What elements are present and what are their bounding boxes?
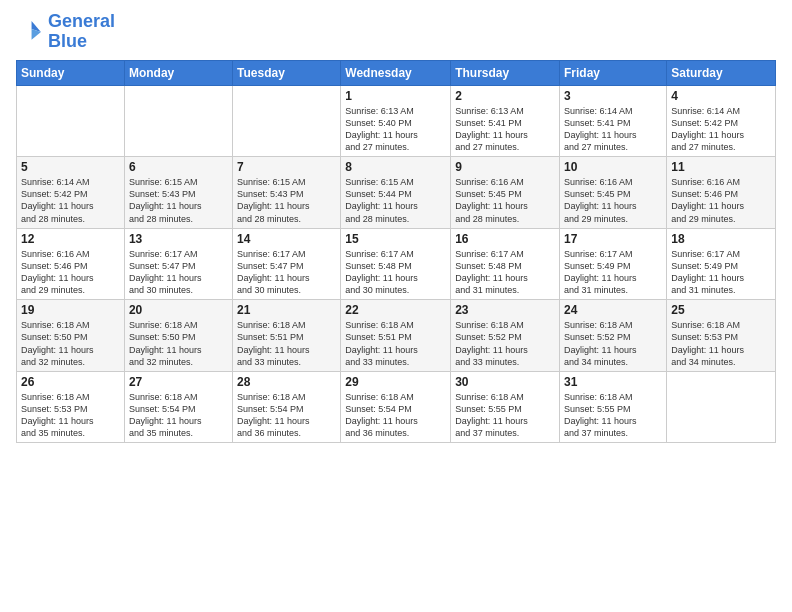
- day-number: 3: [564, 89, 662, 103]
- day-number: 15: [345, 232, 446, 246]
- day-number: 4: [671, 89, 771, 103]
- calendar-cell: 27Sunrise: 6:18 AMSunset: 5:54 PMDayligh…: [124, 371, 232, 443]
- day-info: Sunrise: 6:18 AMSunset: 5:51 PMDaylight:…: [237, 319, 336, 368]
- day-info: Sunrise: 6:16 AMSunset: 5:46 PMDaylight:…: [671, 176, 771, 225]
- calendar-cell: 6Sunrise: 6:15 AMSunset: 5:43 PMDaylight…: [124, 157, 232, 229]
- calendar-cell: 25Sunrise: 6:18 AMSunset: 5:53 PMDayligh…: [667, 300, 776, 372]
- day-info: Sunrise: 6:17 AMSunset: 5:49 PMDaylight:…: [671, 248, 771, 297]
- calendar-cell: 11Sunrise: 6:16 AMSunset: 5:46 PMDayligh…: [667, 157, 776, 229]
- day-info: Sunrise: 6:17 AMSunset: 5:48 PMDaylight:…: [455, 248, 555, 297]
- day-number: 12: [21, 232, 120, 246]
- calendar-cell: 23Sunrise: 6:18 AMSunset: 5:52 PMDayligh…: [451, 300, 560, 372]
- day-info: Sunrise: 6:13 AMSunset: 5:40 PMDaylight:…: [345, 105, 446, 154]
- day-number: 26: [21, 375, 120, 389]
- calendar-cell: 8Sunrise: 6:15 AMSunset: 5:44 PMDaylight…: [341, 157, 451, 229]
- calendar-cell: [124, 85, 232, 157]
- calendar-week-2: 12Sunrise: 6:16 AMSunset: 5:46 PMDayligh…: [17, 228, 776, 300]
- calendar-cell: 30Sunrise: 6:18 AMSunset: 5:55 PMDayligh…: [451, 371, 560, 443]
- calendar-cell: 7Sunrise: 6:15 AMSunset: 5:43 PMDaylight…: [233, 157, 341, 229]
- calendar-cell: 20Sunrise: 6:18 AMSunset: 5:50 PMDayligh…: [124, 300, 232, 372]
- day-info: Sunrise: 6:17 AMSunset: 5:49 PMDaylight:…: [564, 248, 662, 297]
- calendar-cell: 18Sunrise: 6:17 AMSunset: 5:49 PMDayligh…: [667, 228, 776, 300]
- day-info: Sunrise: 6:18 AMSunset: 5:55 PMDaylight:…: [564, 391, 662, 440]
- day-number: 8: [345, 160, 446, 174]
- day-number: 28: [237, 375, 336, 389]
- calendar-week-4: 26Sunrise: 6:18 AMSunset: 5:53 PMDayligh…: [17, 371, 776, 443]
- day-info: Sunrise: 6:14 AMSunset: 5:42 PMDaylight:…: [21, 176, 120, 225]
- calendar-cell: 22Sunrise: 6:18 AMSunset: 5:51 PMDayligh…: [341, 300, 451, 372]
- calendar-cell: 4Sunrise: 6:14 AMSunset: 5:42 PMDaylight…: [667, 85, 776, 157]
- day-info: Sunrise: 6:13 AMSunset: 5:41 PMDaylight:…: [455, 105, 555, 154]
- calendar-cell: 28Sunrise: 6:18 AMSunset: 5:54 PMDayligh…: [233, 371, 341, 443]
- day-number: 6: [129, 160, 228, 174]
- day-number: 14: [237, 232, 336, 246]
- calendar-cell: 29Sunrise: 6:18 AMSunset: 5:54 PMDayligh…: [341, 371, 451, 443]
- day-info: Sunrise: 6:15 AMSunset: 5:43 PMDaylight:…: [237, 176, 336, 225]
- day-info: Sunrise: 6:17 AMSunset: 5:47 PMDaylight:…: [129, 248, 228, 297]
- day-number: 24: [564, 303, 662, 317]
- calendar: SundayMondayTuesdayWednesdayThursdayFrid…: [16, 60, 776, 444]
- day-number: 2: [455, 89, 555, 103]
- day-number: 29: [345, 375, 446, 389]
- calendar-cell: 12Sunrise: 6:16 AMSunset: 5:46 PMDayligh…: [17, 228, 125, 300]
- calendar-cell: 16Sunrise: 6:17 AMSunset: 5:48 PMDayligh…: [451, 228, 560, 300]
- calendar-cell: 15Sunrise: 6:17 AMSunset: 5:48 PMDayligh…: [341, 228, 451, 300]
- day-number: 21: [237, 303, 336, 317]
- day-number: 18: [671, 232, 771, 246]
- day-info: Sunrise: 6:18 AMSunset: 5:52 PMDaylight:…: [564, 319, 662, 368]
- logo: General Blue: [16, 12, 115, 52]
- day-info: Sunrise: 6:18 AMSunset: 5:54 PMDaylight:…: [129, 391, 228, 440]
- calendar-cell: 2Sunrise: 6:13 AMSunset: 5:41 PMDaylight…: [451, 85, 560, 157]
- day-number: 13: [129, 232, 228, 246]
- calendar-cell: 31Sunrise: 6:18 AMSunset: 5:55 PMDayligh…: [560, 371, 667, 443]
- day-info: Sunrise: 6:18 AMSunset: 5:50 PMDaylight:…: [21, 319, 120, 368]
- logo-text-line2: Blue: [48, 32, 115, 52]
- day-info: Sunrise: 6:18 AMSunset: 5:50 PMDaylight:…: [129, 319, 228, 368]
- day-number: 17: [564, 232, 662, 246]
- calendar-header-thursday: Thursday: [451, 60, 560, 85]
- calendar-header-tuesday: Tuesday: [233, 60, 341, 85]
- day-number: 23: [455, 303, 555, 317]
- calendar-header-row: SundayMondayTuesdayWednesdayThursdayFrid…: [17, 60, 776, 85]
- calendar-cell: 17Sunrise: 6:17 AMSunset: 5:49 PMDayligh…: [560, 228, 667, 300]
- day-info: Sunrise: 6:18 AMSunset: 5:54 PMDaylight:…: [237, 391, 336, 440]
- calendar-week-1: 5Sunrise: 6:14 AMSunset: 5:42 PMDaylight…: [17, 157, 776, 229]
- day-info: Sunrise: 6:16 AMSunset: 5:45 PMDaylight:…: [455, 176, 555, 225]
- day-info: Sunrise: 6:15 AMSunset: 5:44 PMDaylight:…: [345, 176, 446, 225]
- day-info: Sunrise: 6:18 AMSunset: 5:51 PMDaylight:…: [345, 319, 446, 368]
- calendar-header-saturday: Saturday: [667, 60, 776, 85]
- day-number: 20: [129, 303, 228, 317]
- calendar-week-3: 19Sunrise: 6:18 AMSunset: 5:50 PMDayligh…: [17, 300, 776, 372]
- day-number: 25: [671, 303, 771, 317]
- day-info: Sunrise: 6:17 AMSunset: 5:47 PMDaylight:…: [237, 248, 336, 297]
- calendar-header-monday: Monday: [124, 60, 232, 85]
- day-info: Sunrise: 6:17 AMSunset: 5:48 PMDaylight:…: [345, 248, 446, 297]
- day-info: Sunrise: 6:16 AMSunset: 5:45 PMDaylight:…: [564, 176, 662, 225]
- calendar-header-friday: Friday: [560, 60, 667, 85]
- calendar-cell: 19Sunrise: 6:18 AMSunset: 5:50 PMDayligh…: [17, 300, 125, 372]
- calendar-cell: 21Sunrise: 6:18 AMSunset: 5:51 PMDayligh…: [233, 300, 341, 372]
- calendar-cell: 26Sunrise: 6:18 AMSunset: 5:53 PMDayligh…: [17, 371, 125, 443]
- day-info: Sunrise: 6:18 AMSunset: 5:52 PMDaylight:…: [455, 319, 555, 368]
- day-info: Sunrise: 6:14 AMSunset: 5:42 PMDaylight:…: [671, 105, 771, 154]
- day-number: 7: [237, 160, 336, 174]
- day-number: 9: [455, 160, 555, 174]
- calendar-cell: 5Sunrise: 6:14 AMSunset: 5:42 PMDaylight…: [17, 157, 125, 229]
- day-number: 27: [129, 375, 228, 389]
- day-info: Sunrise: 6:18 AMSunset: 5:55 PMDaylight:…: [455, 391, 555, 440]
- day-info: Sunrise: 6:18 AMSunset: 5:54 PMDaylight:…: [345, 391, 446, 440]
- logo-icon: [16, 18, 44, 46]
- day-info: Sunrise: 6:16 AMSunset: 5:46 PMDaylight:…: [21, 248, 120, 297]
- calendar-cell: 9Sunrise: 6:16 AMSunset: 5:45 PMDaylight…: [451, 157, 560, 229]
- day-number: 11: [671, 160, 771, 174]
- day-number: 31: [564, 375, 662, 389]
- day-number: 5: [21, 160, 120, 174]
- day-number: 22: [345, 303, 446, 317]
- day-info: Sunrise: 6:14 AMSunset: 5:41 PMDaylight:…: [564, 105, 662, 154]
- calendar-header-sunday: Sunday: [17, 60, 125, 85]
- calendar-cell: 14Sunrise: 6:17 AMSunset: 5:47 PMDayligh…: [233, 228, 341, 300]
- day-number: 10: [564, 160, 662, 174]
- calendar-header-wednesday: Wednesday: [341, 60, 451, 85]
- day-number: 30: [455, 375, 555, 389]
- day-info: Sunrise: 6:18 AMSunset: 5:53 PMDaylight:…: [21, 391, 120, 440]
